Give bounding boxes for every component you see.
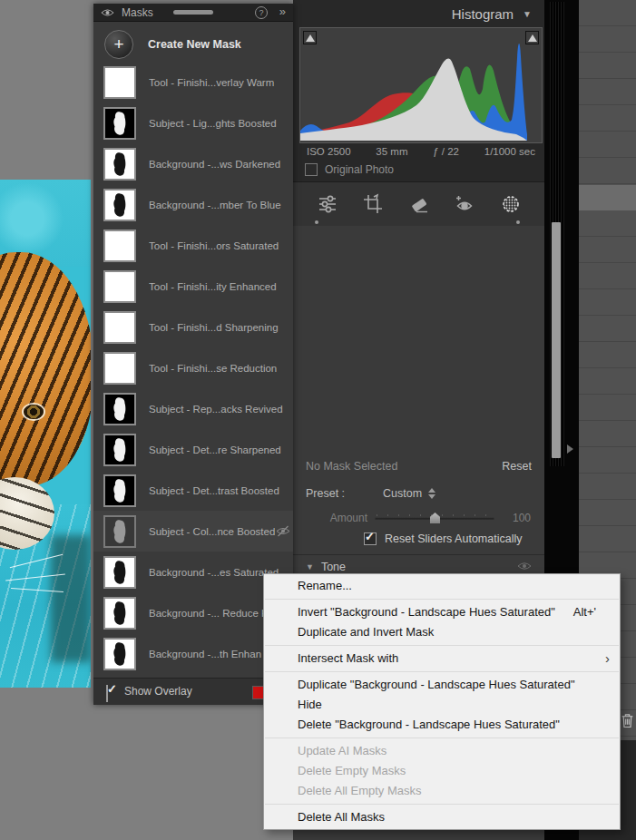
menu-item-label: Rename... <box>298 579 352 592</box>
reset-button[interactable]: Reset <box>502 460 532 473</box>
context-menu-item[interactable]: Delete All Masks <box>264 807 620 827</box>
triangle-down-icon: ▼ <box>306 562 314 571</box>
mask-list-item[interactable]: Subject - Rep...acks Revived <box>93 388 293 429</box>
mask-list-item[interactable]: Subject - Det...trast Boosted <box>93 470 293 511</box>
slider-value: 100 <box>496 512 531 524</box>
histogram-title[interactable]: Histogram▼ <box>293 6 532 22</box>
mask-list-item[interactable]: Tool - Finishi...se Reduction <box>93 347 293 388</box>
context-menu-item: Update AI Masks <box>264 741 620 761</box>
lightroom-window: Histogram▼ ISO 250035 mmƒ / 221/1000 sec… <box>0 0 636 840</box>
mask-list-item[interactable]: Tool - Finishi...ors Saturated <box>93 225 293 266</box>
mask-list-item[interactable]: Background -...ws Darkened <box>93 143 293 184</box>
trash-icon[interactable] <box>621 713 634 728</box>
tone-section-header[interactable]: ▼ Tone <box>306 561 532 573</box>
preset-value: Custom <box>383 487 422 500</box>
mask-list-item[interactable]: Tool - Finishi...verlay Warm <box>93 62 293 103</box>
mask-thumbnail <box>103 189 136 221</box>
menu-separator <box>265 804 619 805</box>
context-menu-item[interactable]: Invert "Background - Landscape Hues Satu… <box>264 602 620 622</box>
menu-separator <box>265 645 619 646</box>
mask-thumbnail <box>103 597 136 630</box>
scrollbar-thumb[interactable] <box>552 222 561 458</box>
healing-eraser-icon[interactable] <box>407 192 431 216</box>
mask-label: Subject - Lig...ghts Boosted <box>149 118 277 129</box>
menu-item-label: Intersect Mask with <box>298 651 398 665</box>
edit-sliders-icon[interactable] <box>316 192 339 216</box>
tone-eye-icon[interactable] <box>517 561 532 573</box>
menu-item-label: Duplicate and Invert Mask <box>298 625 434 639</box>
mask-label: Background -... Reduce H <box>149 608 269 619</box>
mask-list-item[interactable]: Subject - Det...re Sharpened <box>93 429 293 470</box>
mask-list-item[interactable]: Background -...mber To Blue <box>93 184 293 225</box>
show-overlay-checkbox[interactable] <box>106 685 108 702</box>
context-menu-item: Delete All Empty Masks <box>264 781 620 801</box>
mask-label: Background -...th Enhan <box>149 649 261 659</box>
menu-item-label: Delete Empty Masks <box>298 764 406 777</box>
mask-list-item[interactable]: Tool - Finishi...d Sharpening <box>93 307 293 347</box>
no-mask-selected-label: No Mask Selected <box>306 460 397 473</box>
exif-value: ISO 2500 <box>307 146 351 157</box>
menu-item-label: Delete "Background - Landscape Hues Satu… <box>298 718 560 731</box>
grip-handle[interactable] <box>173 10 213 15</box>
mask-label: Background -...es Saturated <box>149 567 279 578</box>
masks-panel-header[interactable]: Masks ? » <box>93 4 293 22</box>
mask-thumbnail <box>103 66 136 99</box>
mask-label: Subject - Rep...acks Revived <box>149 404 283 415</box>
masks-panel-title: Masks <box>122 6 153 19</box>
menu-separator <box>265 671 619 672</box>
mask-label: Tool - Finishi...ity Enhanced <box>149 281 277 292</box>
panel-eye-icon[interactable] <box>101 5 114 21</box>
eye-off-icon[interactable] <box>276 524 290 541</box>
mask-thumbnail <box>103 107 136 140</box>
context-menu-item[interactable]: Duplicate and Invert Mask <box>264 622 620 642</box>
mask-thumbnail <box>103 434 136 466</box>
mask-list-item[interactable]: Tool - Finishi...ity Enhanced <box>93 266 293 307</box>
masking-icon[interactable] <box>499 192 523 216</box>
histogram-curves <box>300 28 542 141</box>
stepper-icon <box>428 488 435 499</box>
help-icon[interactable]: ? <box>255 6 268 19</box>
show-overlay-label: Show Overlay <box>124 685 192 698</box>
context-menu-item: Delete Empty Masks <box>264 761 620 781</box>
menu-separator <box>265 599 619 600</box>
reset-sliders-label: Reset Sliders Automatically <box>385 532 522 545</box>
water-reflection <box>51 535 91 662</box>
mask-label: Background -...mber To Blue <box>149 200 281 210</box>
amount-slider[interactable]: Amount100 <box>293 509 544 527</box>
context-menu-item[interactable]: Delete "Background - Landscape Hues Satu… <box>264 715 620 735</box>
mask-thumbnail <box>103 515 136 548</box>
exif-value: ƒ / 22 <box>433 146 459 157</box>
photo-tiger <box>0 180 91 688</box>
row-highlighted[interactable] <box>579 185 636 210</box>
reset-sliders-checkbox[interactable] <box>364 532 377 545</box>
mask-thumbnail <box>103 148 136 181</box>
crop-icon[interactable] <box>361 192 385 216</box>
context-menu-item[interactable]: Intersect Mask with› <box>264 649 620 669</box>
mask-list-item[interactable]: Subject - Col...nce Boosted <box>93 511 293 552</box>
panel-expand-arrow[interactable] <box>567 444 573 454</box>
context-menu-item[interactable]: Duplicate "Background - Landscape Hues S… <box>264 675 620 695</box>
tool-active-dot <box>516 220 520 224</box>
slider-label: Amount <box>293 512 367 524</box>
collapse-icon[interactable]: » <box>279 5 286 18</box>
mask-thumbnail <box>103 556 136 589</box>
create-new-mask-button[interactable]: + Create New Mask <box>104 30 241 59</box>
histogram-panel: Histogram▼ ISO 250035 mmƒ / 221/1000 sec… <box>293 0 544 181</box>
mask-thumbnail <box>103 393 136 425</box>
mask-context-menu: Rename...Invert "Background - Landscape … <box>263 573 621 830</box>
original-photo-checkbox[interactable] <box>305 163 318 176</box>
amount-slider[interactable]: Amount100 <box>293 509 544 527</box>
menu-item-label: Delete All Masks <box>298 810 385 824</box>
red-eye-icon[interactable] <box>453 192 476 216</box>
mask-thumbnail <box>103 311 136 344</box>
menu-shortcut: Alt+' <box>573 602 596 622</box>
menu-item-label: Update AI Masks <box>298 744 386 757</box>
mask-list-item[interactable]: Subject - Lig...ghts Boosted <box>93 103 293 143</box>
histogram-title-text: Histogram <box>452 6 514 22</box>
context-menu-item[interactable]: Rename... <box>264 576 620 596</box>
preset-select[interactable]: Custom <box>383 487 435 500</box>
menu-item-label: Invert "Background - Landscape Hues Satu… <box>298 605 555 619</box>
mask-label: Subject - Det...trast Boosted <box>149 485 279 496</box>
mask-label: Tool - Finishi...se Reduction <box>149 363 277 374</box>
context-menu-item[interactable]: Hide <box>264 695 620 715</box>
